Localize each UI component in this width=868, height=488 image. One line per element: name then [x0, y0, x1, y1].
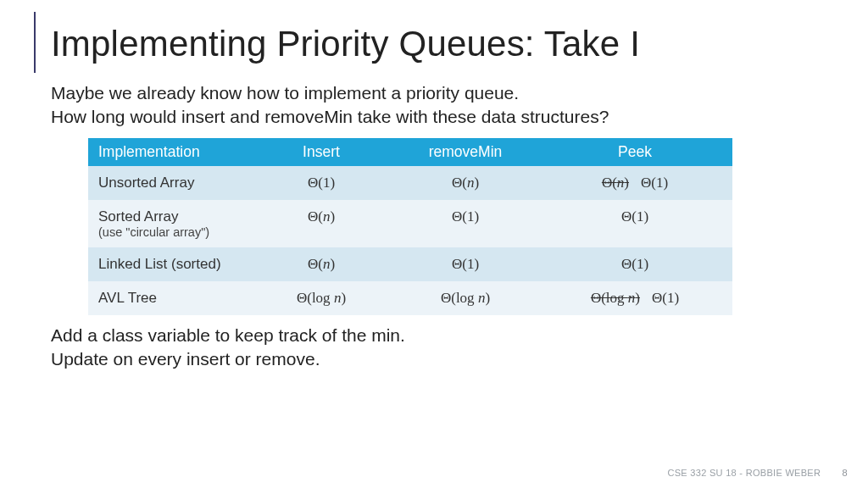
intro-line-2: How long would insert and removeMin take… — [51, 107, 609, 126]
notes-text: Add a class variable to keep track of th… — [51, 324, 827, 372]
table-row: Sorted Array(use "circular array")Θ(n)Θ(… — [88, 200, 732, 247]
slide-footer: CSE 332 SU 18 - ROBBIE WEBER 8 — [667, 468, 848, 478]
cell-implementation: AVL Tree — [88, 281, 249, 315]
cell-removemin: Θ(log n) — [393, 281, 537, 315]
table-row: Unsorted ArrayΘ(1)Θ(n)Θ(n)Θ(1) — [88, 166, 732, 200]
col-implementation: Implementation — [88, 138, 249, 166]
page-number: 8 — [843, 468, 848, 478]
cell-removemin: Θ(1) — [393, 200, 537, 247]
cell-insert: Θ(n) — [249, 247, 393, 281]
cell-removemin: Θ(1) — [393, 247, 537, 281]
cell-insert: Θ(n) — [249, 200, 393, 247]
note-line-1: Add a class variable to keep track of th… — [51, 325, 405, 345]
cell-peek: Θ(1) — [537, 200, 732, 247]
table-body: Unsorted ArrayΘ(1)Θ(n)Θ(n)Θ(1)Sorted Arr… — [88, 166, 732, 315]
cell-removemin: Θ(n) — [393, 166, 537, 200]
cell-implementation: Linked List (sorted) — [88, 247, 249, 281]
col-removemin: removeMin — [393, 138, 537, 166]
col-peek: Peek — [537, 138, 732, 166]
cell-insert: Θ(1) — [249, 166, 393, 200]
note-line-2: Update on every insert or remove. — [51, 349, 320, 369]
table-row: AVL TreeΘ(log n)Θ(log n)Θ(log n)Θ(1) — [88, 281, 732, 315]
cell-peek: Θ(1) — [537, 247, 732, 281]
table-row: Linked List (sorted)Θ(n)Θ(1)Θ(1) — [88, 247, 732, 281]
cell-peek: Θ(log n)Θ(1) — [537, 281, 732, 315]
intro-text: Maybe we already know how to implement a… — [51, 81, 827, 130]
slide: Implementing Priority Queues: Take I May… — [0, 0, 868, 488]
table-header-row: Implementation Insert removeMin Peek — [88, 138, 732, 166]
slide-title: Implementing Priority Queues: Take I — [51, 24, 827, 64]
cell-insert: Θ(log n) — [249, 281, 393, 315]
complexity-table: Implementation Insert removeMin Peek Uns… — [88, 138, 732, 315]
cell-implementation: Sorted Array(use "circular array") — [88, 200, 249, 247]
footer-text: CSE 332 SU 18 - ROBBIE WEBER — [667, 468, 821, 478]
col-insert: Insert — [249, 138, 393, 166]
cell-implementation: Unsorted Array — [88, 166, 249, 200]
cell-peek: Θ(n)Θ(1) — [537, 166, 732, 200]
intro-line-1: Maybe we already know how to implement a… — [51, 83, 519, 103]
accent-bar — [34, 12, 36, 73]
